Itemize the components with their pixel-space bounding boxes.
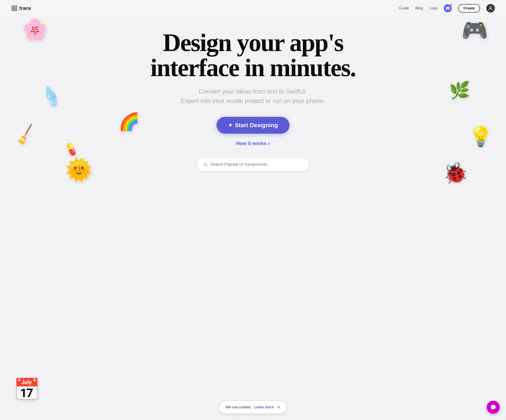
search-icon: [203, 162, 208, 167]
discord-link[interactable]: [444, 4, 452, 12]
chat-icon: [490, 404, 496, 410]
nav-blog[interactable]: Blog: [415, 6, 423, 11]
svg-rect-0: [12, 6, 14, 8]
start-designing-label: Start Designing: [235, 122, 278, 129]
nav-links: Guide Blog Logs Create: [399, 4, 495, 13]
logo[interactable]: trace: [11, 5, 31, 11]
nav-guide[interactable]: Guide: [399, 6, 409, 11]
svg-rect-1: [15, 6, 17, 8]
search-input[interactable]: [210, 162, 303, 167]
svg-line-6: [206, 165, 207, 166]
hero-subtitle: Convert your ideas from text to SwiftUI.…: [181, 87, 325, 106]
how-it-works-arrow: ›: [268, 140, 270, 147]
navigation: trace Guide Blog Logs Create: [0, 0, 506, 17]
discord-notification-badge: [450, 4, 452, 7]
svg-point-4: [490, 7, 492, 8]
decoration-calendar: 📅: [13, 377, 40, 402]
svg-rect-2: [12, 9, 14, 11]
cookie-text: We use cookies.: [226, 405, 252, 409]
chat-button[interactable]: [487, 401, 500, 414]
create-button[interactable]: Create: [458, 4, 480, 13]
logo-text: trace: [19, 5, 31, 11]
cookie-learn-more[interactable]: Learn more: [254, 405, 273, 409]
cookie-banner: We use cookies. Learn more ✕: [220, 401, 286, 413]
hero-title: Design your app's interface in minutes.: [130, 30, 376, 80]
how-it-works-label: How it works: [236, 140, 267, 147]
logo-icon: [11, 5, 17, 11]
user-avatar[interactable]: [486, 4, 495, 13]
hero-subtitle-line2: Export into your xcode project or run on…: [181, 97, 325, 104]
start-designing-button[interactable]: ✦ Start Designing: [217, 117, 289, 134]
nav-logs[interactable]: Logs: [429, 6, 438, 11]
sparkle-icon: ✦: [228, 122, 233, 128]
hero-subtitle-line1: Convert your ideas from text to SwiftUI.: [198, 88, 307, 95]
cookie-close-button[interactable]: ✕: [277, 405, 280, 410]
search-bar[interactable]: [197, 158, 309, 171]
how-it-works-link[interactable]: How it works ›: [236, 140, 270, 147]
svg-rect-3: [15, 9, 17, 11]
hero-section: Design your app's interface in minutes. …: [0, 17, 506, 196]
